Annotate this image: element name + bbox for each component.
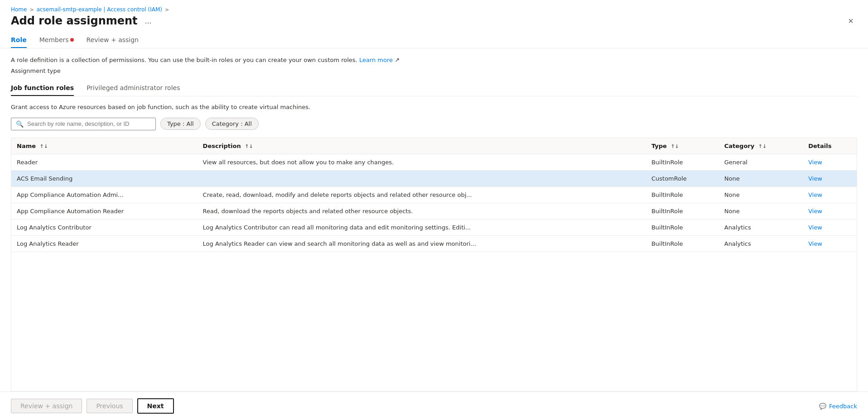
- type-filter-pill[interactable]: Type : All: [160, 118, 201, 130]
- col-description: Description ↑↓: [198, 138, 646, 154]
- cell-type: CustomRole: [646, 170, 719, 186]
- table-row[interactable]: Log Analytics Reader Log Analytics Reade…: [11, 235, 857, 252]
- cell-name: Log Analytics Reader: [11, 235, 198, 252]
- cell-category: None: [719, 186, 803, 203]
- table-row[interactable]: Reader View all resources, but does not …: [11, 154, 857, 170]
- col-type: Type ↑↓: [646, 138, 719, 154]
- table-row[interactable]: App Compliance Automation Admi... Create…: [11, 186, 857, 203]
- type-sort-icon[interactable]: ↑↓: [670, 143, 679, 149]
- breadcrumb: Home > acsemail-smtp-example | Access co…: [0, 0, 868, 14]
- breadcrumb-sep2: >: [165, 7, 169, 13]
- name-sort-icon[interactable]: ↑↓: [40, 143, 48, 149]
- cell-details: View: [803, 235, 857, 252]
- search-icon: 🔍: [16, 120, 24, 128]
- cell-description: View all resources, but does not allow y…: [198, 154, 646, 170]
- cell-details: View: [803, 186, 857, 203]
- assignment-type-label: Assignment type: [11, 67, 857, 74]
- view-link[interactable]: View: [808, 175, 822, 182]
- cell-name: ACS Email Sending: [11, 170, 198, 186]
- cell-name: Reader: [11, 154, 198, 170]
- panel-title-row: Add role assignment ...: [11, 14, 154, 27]
- search-input[interactable]: [27, 120, 151, 127]
- grant-text: Grant access to Azure resources based on…: [11, 104, 857, 110]
- table-body: Reader View all resources, but does not …: [11, 154, 857, 252]
- tab-review-assign[interactable]: Review + assign: [87, 33, 139, 48]
- ellipsis-button[interactable]: ...: [142, 15, 154, 27]
- cell-name: App Compliance Automation Admi...: [11, 186, 198, 203]
- cell-description: Read, download the reports objects and r…: [198, 203, 646, 219]
- cell-type: BuiltInRole: [646, 203, 719, 219]
- panel-header: Add role assignment ... ×: [0, 14, 868, 33]
- inner-tab-job-function[interactable]: Job function roles: [11, 81, 74, 96]
- cell-type: BuiltInRole: [646, 154, 719, 170]
- col-details: Details: [803, 138, 857, 154]
- table-row[interactable]: ACS Email Sending CustomRole None View: [11, 170, 857, 186]
- close-button[interactable]: ×: [844, 14, 857, 27]
- cell-description: Log Analytics Contributor can read all m…: [198, 219, 646, 235]
- cell-details: View: [803, 154, 857, 170]
- cell-type: BuiltInRole: [646, 186, 719, 203]
- cell-category: General: [719, 154, 803, 170]
- members-badge: [70, 38, 74, 42]
- learn-more-link[interactable]: Learn more: [359, 57, 393, 63]
- previous-button[interactable]: Previous: [87, 399, 132, 413]
- view-link[interactable]: View: [808, 191, 822, 198]
- search-filter-row: 🔍 Type : All Category : All: [11, 118, 857, 130]
- category-sort-icon[interactable]: ↑↓: [758, 143, 767, 149]
- cell-description: Log Analytics Reader can view and search…: [198, 235, 646, 252]
- breadcrumb-sep1: >: [29, 7, 34, 13]
- cell-name: Log Analytics Contributor: [11, 219, 198, 235]
- table-header-row: Name ↑↓ Description ↑↓ Type ↑↓ Categor: [11, 138, 857, 154]
- view-link[interactable]: View: [808, 159, 822, 166]
- next-button[interactable]: Next: [137, 398, 174, 414]
- category-filter-pill[interactable]: Category : All: [205, 118, 259, 130]
- tab-members[interactable]: Members: [39, 33, 74, 48]
- description-sort-icon[interactable]: ↑↓: [245, 143, 253, 149]
- review-assign-button[interactable]: Review + assign: [11, 399, 82, 413]
- table-row[interactable]: App Compliance Automation Reader Read, d…: [11, 203, 857, 219]
- col-category: Category ↑↓: [719, 138, 803, 154]
- cell-details: View: [803, 203, 857, 219]
- cell-details: View: [803, 170, 857, 186]
- cell-description: [198, 170, 646, 186]
- add-role-assignment-panel: Home > acsemail-smtp-example | Access co…: [0, 0, 868, 420]
- cell-category: Analytics: [719, 235, 803, 252]
- tab-role[interactable]: Role: [11, 33, 27, 48]
- col-name: Name ↑↓: [11, 138, 198, 154]
- roles-table: Name ↑↓ Description ↑↓ Type ↑↓ Categor: [11, 138, 857, 252]
- panel-title: Add role assignment: [11, 14, 138, 27]
- search-box: 🔍: [11, 118, 156, 130]
- panel-content: A role definition is a collection of per…: [0, 56, 868, 391]
- top-tab-nav: Role Members Review + assign: [0, 33, 868, 48]
- view-link[interactable]: View: [808, 240, 822, 247]
- cell-category: None: [719, 170, 803, 186]
- cell-type: BuiltInRole: [646, 235, 719, 252]
- inner-tabs: Job function roles Privileged administra…: [11, 81, 857, 96]
- cell-category: None: [719, 203, 803, 219]
- view-link[interactable]: View: [808, 224, 822, 231]
- panel-footer: Review + assign Previous Next 💬 Feedback: [0, 391, 868, 420]
- cell-category: Analytics: [719, 219, 803, 235]
- description-text: A role definition is a collection of per…: [11, 56, 857, 65]
- cell-description: Create, read, download, modify and delet…: [198, 186, 646, 203]
- breadcrumb-resource[interactable]: acsemail-smtp-example | Access control (…: [37, 6, 162, 13]
- cell-type: BuiltInRole: [646, 219, 719, 235]
- table-row[interactable]: Log Analytics Contributor Log Analytics …: [11, 219, 857, 235]
- inner-tab-privileged-admin[interactable]: Privileged administrator roles: [87, 81, 180, 96]
- feedback-icon: 💬: [819, 403, 826, 410]
- roles-table-wrapper: Name ↑↓ Description ↑↓ Type ↑↓ Categor: [11, 138, 857, 392]
- cell-details: View: [803, 219, 857, 235]
- cell-name: App Compliance Automation Reader: [11, 203, 198, 219]
- breadcrumb-home[interactable]: Home: [11, 6, 27, 13]
- feedback-button[interactable]: 💬 Feedback: [819, 403, 857, 410]
- view-link[interactable]: View: [808, 208, 822, 215]
